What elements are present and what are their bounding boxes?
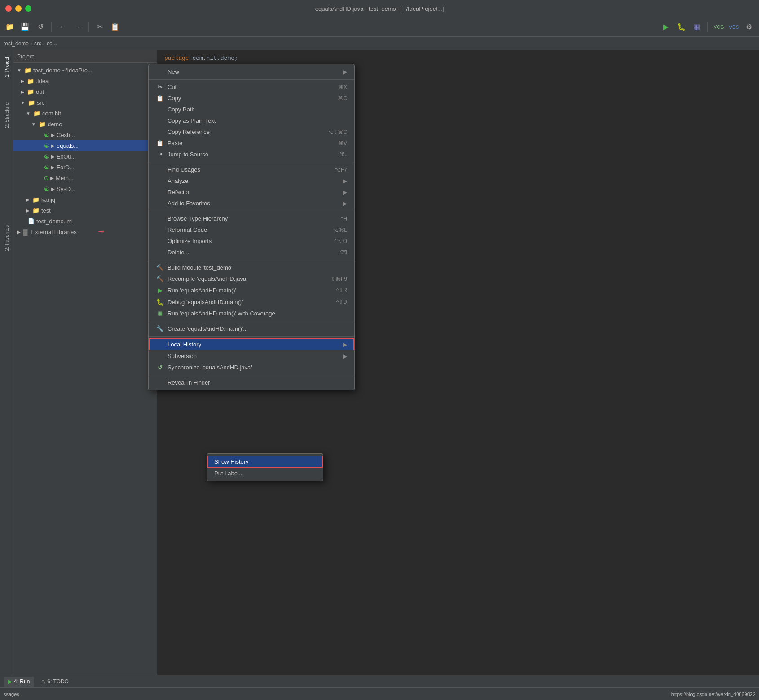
breadcrumb-item[interactable]: co... [47,40,57,47]
toolbar: 📁 💾 ↺ ← → ✂ 📋 ▶ 🐛 ▦ VCS VCS ⚙ [0,17,759,37]
close-button[interactable] [5,5,12,12]
maximize-button[interactable] [25,5,31,12]
tree-item-ext-libs[interactable]: ▓ External Libraries [13,226,157,237]
tree-item-out[interactable]: 📁 out [13,86,157,97]
run-tab-icon: ▶ [8,678,12,685]
submenu-item-show-history[interactable]: Show History [207,456,323,468]
window-title: equalsAndHD.java - test_demo - [~/IdeaPr… [315,5,444,12]
menu-item-label: Debug 'equalsAndHD.main()' [168,299,243,306]
menu-item-new[interactable]: New ▶ [149,66,354,77]
create-icon: 🔧 [156,325,164,332]
tree-item-sysd[interactable]: ☯ ▶ SysD... [13,183,157,194]
tree-item-src[interactable]: 📁 src [13,97,157,108]
menu-item-copy-path[interactable]: Copy Path [149,104,354,115]
shortcut-label: ^⇧R [336,287,347,293]
tree-item-cesh[interactable]: ☯ ▶ Cesh... [13,129,157,140]
save-button[interactable]: 💾 [19,21,31,33]
tree-item-idea[interactable]: 📁 .idea [13,75,157,86]
menu-item-label: Copy as Plain Text [168,117,216,124]
menu-item-label: Reformat Code [168,226,207,233]
menu-item-debug[interactable]: 🐛 Debug 'equalsAndHD.main()' ^⇧D [149,296,354,308]
tree-item-test[interactable]: 📁 test [13,205,157,216]
menu-item-label: Copy Reference [168,128,210,135]
run-mark: ▶ [51,154,55,159]
menu-item-subversion[interactable]: Subversion ▶ [149,350,354,362]
java-file-icon: ☯ [44,142,49,149]
menu-item-coverage[interactable]: ▦ Run 'equalsAndHD.main()' with Coverage [149,308,354,319]
java-file-icon: ☯ [44,186,49,192]
coverage-button[interactable]: ▦ [690,21,703,33]
menu-item-jump-source[interactable]: ↗ Jump to Source ⌘↓ [149,149,354,160]
menu-item-optimize[interactable]: Optimize Imports ^⌥O [149,235,354,247]
menu-separator [149,321,354,321]
debug-button[interactable]: 🐛 [675,21,688,33]
menu-item-recompile[interactable]: 🔨 Recompile 'equalsAndHD.java' ⇧⌘F9 [149,273,354,284]
menu-item-analyze[interactable]: Analyze ▶ [149,175,354,186]
breadcrumb-item[interactable]: src [34,40,41,47]
menu-item-copy[interactable]: 📋 Copy ⌘C [149,93,354,104]
menu-item-add-favorites[interactable]: Add to Favorites ▶ [149,198,354,209]
tree-item-demo[interactable]: 📁 demo [13,119,157,129]
shortcut-label: ⌘C [338,95,347,102]
tree-item-label: Cesh... [57,132,75,138]
menu-item-create[interactable]: 🔧 Create 'equalsAndHD.main()'... [149,323,354,334]
panel-header: Project [13,50,157,63]
sync-icon: ↺ [156,364,164,371]
menu-item-synchronize[interactable]: ↺ Synchronize 'equalsAndHD.java' [149,362,354,373]
menu-item-local-history[interactable]: Local History ▶ [149,338,354,350]
vcs-button1[interactable]: VCS [712,21,725,33]
menu-separator [149,260,354,260]
run-mark: ▶ [50,176,54,181]
tree-item-equals[interactable]: ☯ ▶ equals... [13,140,157,151]
menu-item-build[interactable]: 🔨 Build Module 'test_demo' [149,262,354,273]
menu-item-label: Build Module 'test_demo' [168,264,232,271]
paste-icon: 📋 [156,140,164,146]
debug-icon: 🐛 [156,298,164,306]
menu-item-paste[interactable]: 📋 Paste ⌘V [149,137,354,149]
sidebar-item-structure[interactable]: 2: Structure [2,100,11,131]
menu-item-browse-type[interactable]: Browse Type Hierarchy ^H [149,213,354,224]
folder-icon[interactable]: 📁 [4,21,16,33]
tree-item-label: src [37,99,44,106]
menu-item-reformat[interactable]: Reformat Code ⌥⌘L [149,224,354,235]
tree-item-meth[interactable]: G ▶ Meth... [13,173,157,183]
sidebar-item-favorites[interactable]: 2: Favorites [2,222,11,253]
menu-item-copy-ref[interactable]: Copy Reference ⌥⇧⌘C [149,126,354,137]
settings-icon[interactable]: ⚙ [743,21,755,33]
tree-item-exou[interactable]: ☯ ▶ ExOu... [13,151,157,162]
menu-item-find-usages[interactable]: Find Usages ⌥F7 [149,164,354,175]
menu-item-cut[interactable]: ✂ Cut ⌘X [149,81,354,93]
menu-item-copy-plain[interactable]: Copy as Plain Text [149,115,354,126]
run-button[interactable]: ▶ [660,21,672,33]
tree-item-root[interactable]: 📁 test_demo ~/IdeaPro... [13,65,157,75]
vcs-button2[interactable]: VCS [728,21,740,33]
refresh-icon[interactable]: ↺ [34,21,47,33]
tab-run[interactable]: ▶ 4: Run [4,677,34,687]
menu-item-label: Reveal in Finder [168,379,210,386]
menu-item-reveal[interactable]: Reveal in Finder [149,377,354,388]
todo-tab-icon: ⚠ [40,678,45,685]
copy-button[interactable]: 📋 [109,21,121,33]
undo-button[interactable]: ← [56,21,69,33]
menu-item-delete[interactable]: Delete... ⌫ [149,247,354,258]
sidebar-item-project[interactable]: 1: Project [2,54,11,80]
tree-item-iml[interactable]: 📄 test_demo.iml [13,216,157,226]
tree-item-comhit[interactable]: 📁 com.hit [13,108,157,119]
submenu-item-put-label[interactable]: Put Label... [207,468,323,479]
cut-button[interactable]: ✂ [93,21,106,33]
tree-item-label: SysD... [57,186,75,192]
redo-button[interactable]: → [71,21,84,33]
shortcut-label: ⌘X [338,84,347,90]
breadcrumb-item[interactable]: test_demo [4,40,29,47]
tree-item-kanjq[interactable]: 📁 kanjq [13,194,157,205]
menu-item-run[interactable]: ▶ Run 'equalsAndHD.main()' ^⇧R [149,284,354,296]
minimize-button[interactable] [15,5,22,12]
tab-todo[interactable]: ⚠ 6: TODO [36,677,73,687]
submenu-arrow: ▶ [343,353,347,359]
folder-icon: 📁 [39,121,46,128]
menu-item-refactor[interactable]: Refactor ▶ [149,186,354,198]
run-mark: ▶ [51,143,55,148]
tree-item-ford[interactable]: ☯ ▶ ForD... [13,162,157,173]
menu-separator [149,336,354,337]
tree-item-label: equals... [57,142,79,149]
